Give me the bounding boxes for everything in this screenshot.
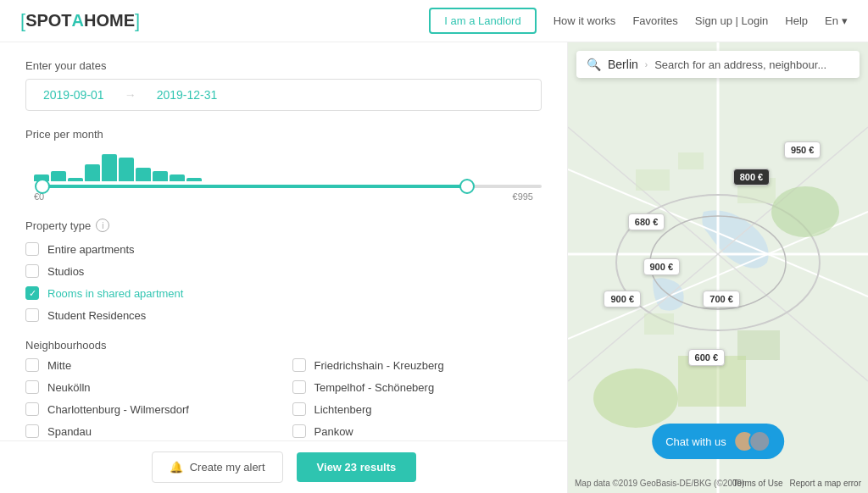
map-chevron-icon: › bbox=[645, 60, 648, 69]
price-label: Price per month bbox=[25, 128, 542, 141]
date-range-picker[interactable]: 2019-09-01 → 2019-12-31 bbox=[25, 79, 542, 111]
neighbourhood-checkbox-spandau[interactable] bbox=[25, 424, 39, 438]
checkbox-label-shared: Rooms in shared apartment bbox=[47, 287, 183, 300]
header-nav: I am a Landlord How it works Favorites S… bbox=[429, 8, 848, 34]
date-arrow: → bbox=[121, 80, 140, 110]
logo[interactable]: [ SPOTAHOME ] bbox=[20, 10, 140, 32]
landlord-button[interactable]: I am a Landlord bbox=[429, 8, 536, 34]
neighbourhood-checkbox-mitte[interactable] bbox=[25, 358, 39, 372]
neighbourhood-checkbox-lichtenberg[interactable] bbox=[292, 402, 306, 416]
svg-rect-9 bbox=[636, 169, 670, 191]
price-histogram bbox=[25, 147, 542, 181]
end-date[interactable]: 2019-12-31 bbox=[140, 80, 235, 110]
checkbox-student[interactable] bbox=[25, 308, 39, 322]
bell-icon: 🔔 bbox=[170, 461, 183, 474]
language-selector[interactable]: En ▾ bbox=[825, 14, 848, 27]
checkbox-label-studios: Studios bbox=[47, 265, 84, 278]
nav-favorites[interactable]: Favorites bbox=[632, 14, 677, 27]
chat-btn-label: Chat with us bbox=[665, 435, 726, 448]
price-slider-min-thumb[interactable] bbox=[35, 179, 50, 194]
neighbourhood-item[interactable]: Mitte bbox=[25, 358, 275, 372]
neighbourhood-item[interactable]: Spandau bbox=[25, 424, 275, 438]
neighbourhood-checkbox-neukolln[interactable] bbox=[25, 380, 39, 394]
neighbourhoods-label: Neighbourhoods bbox=[25, 339, 542, 352]
main-content: Enter your dates 2019-09-01 → 2019-12-31… bbox=[0, 42, 868, 493]
svg-rect-10 bbox=[678, 152, 704, 169]
property-type-item[interactable]: Rooms in shared apartment bbox=[25, 286, 542, 300]
chevron-down-icon: ▾ bbox=[842, 14, 848, 27]
checkbox-shared[interactable] bbox=[25, 286, 39, 300]
alert-btn-label: Create my alert bbox=[190, 461, 265, 474]
price-slider-track bbox=[42, 185, 542, 188]
map-search-bar[interactable]: 🔍 Berlin › Search for an address, neighb… bbox=[576, 51, 860, 78]
dates-label: Enter your dates bbox=[25, 59, 542, 72]
neighbourhood-item[interactable]: Neukölln bbox=[25, 380, 275, 394]
neighbourhood-checkbox-charlottenburg[interactable] bbox=[25, 402, 39, 416]
checkbox-studios[interactable] bbox=[25, 264, 39, 278]
report-link[interactable]: Report a map error bbox=[790, 479, 861, 488]
property-type-item[interactable]: Entire apartments bbox=[25, 242, 542, 256]
dates-section: Enter your dates 2019-09-01 → 2019-12-31 bbox=[25, 59, 542, 111]
map-terms: Terms of Use Report a map error bbox=[733, 479, 861, 488]
bottom-action-bar: 🔔 Create my alert View 23 results bbox=[0, 440, 568, 493]
filter-panel: Enter your dates 2019-09-01 → 2019-12-31… bbox=[0, 42, 568, 493]
neighbourhood-label-neukolln: Neukölln bbox=[47, 381, 91, 394]
info-icon[interactable]: i bbox=[96, 219, 109, 232]
checkbox-entire[interactable] bbox=[25, 242, 39, 256]
histogram-bar bbox=[85, 164, 100, 181]
neighbourhood-checkbox-friedrichshain[interactable] bbox=[292, 358, 306, 372]
price-slider-fill bbox=[42, 185, 467, 188]
chat-button[interactable]: Chat with us bbox=[652, 424, 784, 459]
start-date[interactable]: 2019-09-01 bbox=[26, 80, 121, 110]
histogram-bar bbox=[153, 171, 168, 181]
neighbourhood-label-friedrichshain: Friedrichshain - Kreuzberg bbox=[314, 359, 444, 372]
map-city: Berlin bbox=[608, 58, 638, 71]
search-icon: 🔍 bbox=[587, 58, 601, 71]
histogram-bar bbox=[102, 154, 117, 181]
price-marker-2[interactable]: 800 € bbox=[733, 169, 771, 186]
histogram-bar bbox=[136, 168, 151, 181]
checkbox-label-entire: Entire apartments bbox=[47, 243, 135, 256]
logo-spot: SPOT bbox=[25, 11, 71, 30]
property-type-item[interactable]: Studios bbox=[25, 264, 542, 278]
neighbourhood-label-tempelhof: Tempelhof - Schöneberg bbox=[314, 381, 435, 394]
property-type-label: Property type bbox=[25, 219, 91, 232]
nav-how-it-works[interactable]: How it works bbox=[554, 14, 616, 27]
svg-rect-13 bbox=[737, 330, 780, 360]
neighbourhood-checkbox-tempelhof[interactable] bbox=[292, 380, 306, 394]
create-alert-button[interactable]: 🔔 Create my alert bbox=[152, 451, 283, 483]
histogram-bar bbox=[119, 158, 134, 181]
nav-signup-login[interactable]: Sign up | Login bbox=[695, 14, 769, 27]
price-marker-0[interactable]: 680 € bbox=[628, 213, 665, 230]
histogram-bar bbox=[68, 178, 83, 181]
histogram-bar bbox=[186, 178, 202, 181]
neighbourhood-item[interactable]: Friedrichshain - Kreuzberg bbox=[292, 358, 542, 372]
price-marker-5[interactable]: 600 € bbox=[688, 349, 726, 366]
price-marker-1[interactable]: 700 € bbox=[703, 291, 740, 307]
nav-help[interactable]: Help bbox=[785, 14, 808, 27]
neighbourhood-item[interactable]: Tempelhof - Schöneberg bbox=[292, 380, 542, 394]
price-slider-max-thumb[interactable] bbox=[459, 179, 475, 194]
property-type-header: Property type i bbox=[25, 219, 542, 232]
chat-avatar-2 bbox=[748, 430, 771, 452]
map-panel: 🔍 Berlin › Search for an address, neighb… bbox=[568, 42, 868, 493]
neighbourhood-checkbox-pankow[interactable] bbox=[292, 424, 306, 438]
price-marker-6[interactable]: 900 € bbox=[604, 291, 641, 307]
price-marker-4[interactable]: 900 € bbox=[643, 258, 681, 275]
logo-bracket-close: ] bbox=[135, 10, 140, 32]
neighbourhood-item[interactable]: Charlottenburg - Wilmersdorf bbox=[25, 402, 275, 416]
neighbourhood-item[interactable]: Lichtenberg bbox=[292, 402, 542, 416]
svg-rect-12 bbox=[644, 313, 674, 335]
neighbourhood-label-spandau: Spandau bbox=[47, 425, 92, 438]
svg-point-15 bbox=[593, 368, 678, 428]
property-type-item[interactable]: Student Residences bbox=[25, 308, 542, 322]
histogram-bar bbox=[170, 174, 185, 181]
neighbourhood-item[interactable]: Pankow bbox=[292, 424, 542, 438]
price-max-label: €995 bbox=[513, 191, 533, 202]
price-marker-3[interactable]: 950 € bbox=[784, 141, 821, 158]
property-type-options: Entire apartmentsStudiosRooms in shared … bbox=[25, 242, 542, 322]
terms-link[interactable]: Terms of Use bbox=[733, 479, 783, 488]
neighbourhood-label-charlottenburg: Charlottenburg - Wilmersdorf bbox=[47, 403, 189, 416]
header: [ SPOTAHOME ] I am a Landlord How it wor… bbox=[0, 0, 868, 42]
view-results-button[interactable]: View 23 results bbox=[297, 452, 417, 482]
